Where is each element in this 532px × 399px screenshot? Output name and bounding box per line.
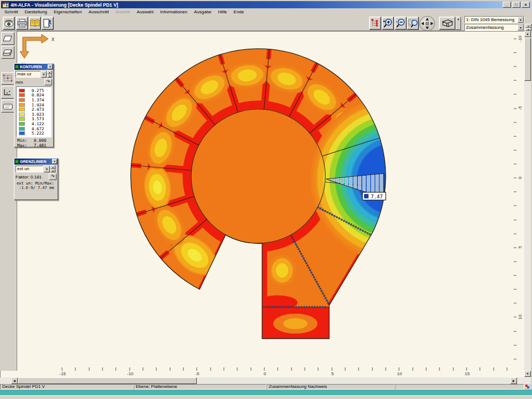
legend-swatch <box>19 127 25 131</box>
zoom-window-button[interactable] <box>407 17 419 30</box>
minimize-button[interactable]: _ <box>503 2 511 8</box>
max-deflection-label: 7.47 <box>362 192 386 200</box>
solid-view-button[interactable] <box>1 46 14 59</box>
title-bar[interactable]: 4H-ALFA - Visualisierung [Decke Spindel … <box>1 1 531 8</box>
app-icon <box>2 2 9 8</box>
x-axis-tick-label: -10 <box>123 371 137 376</box>
design-combo[interactable]: 1: DIN 1045 Bemessung ▼ <box>464 16 524 23</box>
status-tray-icon <box>524 384 531 390</box>
chevron-down-icon[interactable]: ▼ <box>518 17 524 23</box>
report-button[interactable] <box>29 17 41 30</box>
scroll-up-icon[interactable]: ▲ <box>524 31 531 37</box>
x-axis-tick-label: -5 <box>190 371 204 376</box>
print-button[interactable] <box>16 17 28 30</box>
menu-item-eigenschaften[interactable]: Eigenschaften <box>50 9 85 15</box>
vertical-scroll-thumb[interactable] <box>524 38 531 81</box>
x-axis-ruler: -15 -10 -5 0 5 10 15 <box>0 371 524 377</box>
horizontal-scrollbar[interactable]: ◀ ▶ <box>0 377 531 384</box>
svg-text:+: + <box>383 19 385 23</box>
grenzlinien-combo[interactable]: ext un <box>16 166 43 172</box>
grenzlinien-title: GRENZLINIEN <box>20 160 52 163</box>
legend-swatch <box>19 112 25 116</box>
printer-icon <box>17 19 27 28</box>
panel-collapse-icon[interactable]: ▾ <box>48 64 53 69</box>
y-axis-ruler: -10 -5 0 5 10 <box>516 31 524 371</box>
plate-view-button[interactable] <box>1 32 14 45</box>
menu-item-ausschnitt[interactable]: Ausschnitt <box>85 9 112 15</box>
konturen-title: KONTUREN <box>20 65 48 69</box>
taskbar-edge <box>0 395 532 399</box>
view-3d-dropdown[interactable]: ▼ <box>456 17 461 30</box>
grenzlinien-spinner[interactable]: ▲ ▼ <box>50 165 55 172</box>
menu-item-schnitt[interactable]: Schnitt <box>1 9 21 15</box>
book-icon <box>30 19 40 28</box>
drawing-canvas[interactable]: 7.47 x y <box>17 31 516 371</box>
svg-text:x: x <box>52 36 54 42</box>
axis-icon <box>3 88 13 96</box>
spin-down-icon[interactable]: ▼ <box>47 74 52 78</box>
eye-icon <box>4 19 14 28</box>
3d-box-icon <box>441 18 454 28</box>
konturen-spinner[interactable]: ▲ ▼ <box>47 70 52 78</box>
zoom-out-button[interactable]: - <box>395 17 407 30</box>
window-title: 4H-ALFA - Visualisierung [Decke Spindel … <box>11 2 503 8</box>
menu-item-auswahl[interactable]: Auswahl <box>134 9 157 15</box>
pan-control[interactable] <box>420 16 435 31</box>
tree-icon <box>370 18 380 28</box>
status-bar: Decke Spindel PD1 V Ebene: Plattenebene … <box>0 384 532 390</box>
main-area: 7.47 x y <box>0 31 532 371</box>
scroll-left-icon[interactable]: ◀ <box>11 377 18 384</box>
y-axis-tick-label: 5 <box>518 240 523 254</box>
maximize-button[interactable]: □ <box>512 2 520 8</box>
view-3d-button[interactable] <box>439 17 456 30</box>
chevron-down-icon[interactable]: ▼ <box>44 166 50 172</box>
spin-down-icon[interactable]: ▼ <box>50 169 55 173</box>
menu-item-darstellung[interactable]: Darstellung <box>21 9 50 15</box>
color-legend: 0.275 0.824 1.374 1.924 2.473 3.023 3.57… <box>16 86 52 137</box>
flip-scale-button[interactable]: ↷ <box>44 79 52 85</box>
mesh-button[interactable] <box>1 72 14 85</box>
exit-button[interactable] <box>42 17 54 30</box>
scroll-down-icon[interactable]: ▼ <box>524 371 531 377</box>
legend-swatch <box>19 131 25 135</box>
konturen-panel: KONTUREN ▾ max uz ▼ ▲ ▼ mm ↷ 0.275 0.824 <box>14 63 54 147</box>
menu-item-ende[interactable]: Ende <box>231 9 248 15</box>
chevron-down-icon[interactable]: ▼ <box>518 24 524 30</box>
scroll-right-icon[interactable]: ▶ <box>510 377 517 384</box>
result-combo[interactable]: Zusammenfassung ▼ <box>464 24 524 31</box>
coordinate-axes-icon: x y <box>20 34 54 67</box>
y-axis-tick-label: -10 <box>518 32 523 46</box>
grenzlinien-titlebar[interactable]: GRENZLINIEN ▾ <box>14 158 58 165</box>
panel-collapse-icon[interactable]: ▾ <box>52 159 57 164</box>
label-button[interactable] <box>1 100 14 112</box>
legend-swatch <box>19 117 25 121</box>
menu-item-ausgabe[interactable]: Ausgabe <box>191 9 215 15</box>
result-spinner[interactable]: ▲ ▼ <box>525 24 531 31</box>
zoom-out-icon: - <box>396 18 406 28</box>
axes-button[interactable] <box>1 86 14 99</box>
horizontal-scroll-thumb[interactable] <box>18 377 197 384</box>
menu-item-hilfe[interactable]: Hilfe <box>215 9 231 15</box>
x-axis-tick-label: 0 <box>258 371 272 376</box>
konturen-titlebar[interactable]: KONTUREN ▾ <box>14 64 53 70</box>
zoom-in-button[interactable]: + <box>382 17 394 30</box>
legend-swatch <box>19 98 25 102</box>
flip-scale-button[interactable]: ↷ <box>49 173 57 180</box>
chevron-down-icon[interactable]: ▼ <box>41 71 47 78</box>
konturen-combo[interactable]: max uz <box>16 71 40 78</box>
structure-tree-button[interactable] <box>369 17 381 30</box>
desktop-strip <box>0 390 532 395</box>
box-icon <box>3 48 13 57</box>
view-settings-button[interactable] <box>3 17 15 30</box>
pan-arrows-icon <box>420 17 434 30</box>
svg-text:7.47: 7.47 <box>371 194 383 200</box>
contour-plot: 7.47 x y <box>17 32 517 371</box>
vertical-scrollbar[interactable]: ▲ ▼ <box>524 31 531 377</box>
legend-swatch <box>19 89 25 93</box>
menu-item-informationen[interactable]: Informationen <box>157 9 191 15</box>
application-window: 4H-ALFA - Visualisierung [Decke Spindel … <box>0 0 532 399</box>
konturen-combo-value: max uz <box>16 71 40 76</box>
x-axis-tick-label: 10 <box>392 371 407 376</box>
panel-icon <box>15 65 19 69</box>
close-button[interactable]: × <box>521 2 530 8</box>
